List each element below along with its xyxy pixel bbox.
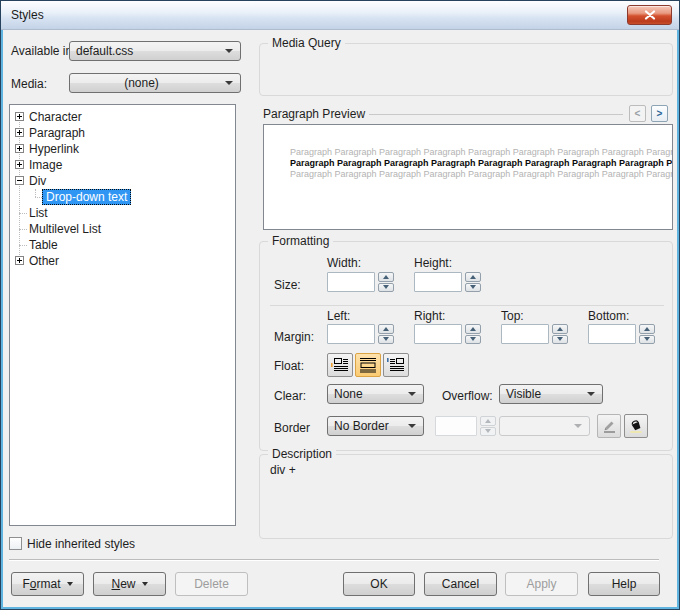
height-label: Height: xyxy=(414,256,452,270)
tree-item-other[interactable]: Other xyxy=(10,253,235,269)
size-margin-divider xyxy=(270,305,664,306)
spin-up-button[interactable] xyxy=(378,272,394,282)
height-input[interactable] xyxy=(414,272,462,292)
chevron-down-icon xyxy=(225,81,233,85)
tree-item-list[interactable]: List xyxy=(10,205,235,221)
preview-prev-button[interactable]: < xyxy=(629,105,646,122)
spin-down-button[interactable] xyxy=(378,335,394,345)
tree-item-div[interactable]: Div xyxy=(10,173,235,189)
arrow-down-icon xyxy=(383,337,389,341)
spin-down-button[interactable] xyxy=(378,283,394,293)
margin-label: Margin: xyxy=(274,330,314,344)
spin-down-button[interactable] xyxy=(552,335,568,345)
expander-plus-icon[interactable] xyxy=(15,112,24,121)
border-width-stepper xyxy=(480,416,496,436)
cancel-button[interactable]: Cancel xyxy=(424,572,497,596)
media-select[interactable]: (none) xyxy=(69,73,241,93)
arrow-down-icon xyxy=(557,337,563,341)
available-in-select[interactable]: default.css xyxy=(69,41,241,61)
preview-line: Paragraph Paragraph Paragraph Paragraph … xyxy=(290,147,672,158)
tree-item-label: Multilevel List xyxy=(29,222,101,236)
tree-item-hyperlink[interactable]: Hyperlink xyxy=(10,141,235,157)
chevron-down-icon xyxy=(225,49,233,53)
expander-plus-icon[interactable] xyxy=(15,128,24,137)
help-button[interactable]: Help xyxy=(588,572,660,596)
spin-up-button[interactable] xyxy=(465,272,481,282)
overflow-value: Visible xyxy=(500,387,587,401)
expander-plus-icon[interactable] xyxy=(15,160,24,169)
tree-item-label: Hyperlink xyxy=(29,142,79,156)
background-color-button[interactable] xyxy=(624,414,648,438)
arrow-up-icon xyxy=(470,275,476,279)
style-tree: Character Paragraph Hyperlink Image Div … xyxy=(9,104,236,526)
spin-up-button[interactable] xyxy=(639,324,655,334)
spin-down-button[interactable] xyxy=(465,335,481,345)
tree-item-image[interactable]: Image xyxy=(10,157,235,173)
height-stepper[interactable] xyxy=(465,272,481,292)
description-group: Description div + xyxy=(259,454,673,539)
spin-up-button xyxy=(480,416,496,426)
preview-next-button[interactable]: > xyxy=(651,105,668,122)
tree-item-dropdown-text[interactable]: Drop-down text xyxy=(10,189,235,205)
hide-inherited-checkbox[interactable] xyxy=(9,537,22,550)
margin-top-input[interactable] xyxy=(501,324,549,344)
description-text: div + xyxy=(270,463,296,477)
width-label: Width: xyxy=(327,256,361,270)
dropdown-arrow-icon xyxy=(142,582,148,586)
spin-up-button[interactable] xyxy=(465,324,481,334)
spin-down-button[interactable] xyxy=(639,335,655,345)
margin-bottom-input[interactable] xyxy=(588,324,636,344)
tree-item-table[interactable]: Table xyxy=(10,237,235,253)
chevron-left-icon: < xyxy=(635,108,641,119)
border-color-button[interactable] xyxy=(597,414,621,438)
tree-item-paragraph[interactable]: Paragraph xyxy=(10,125,235,141)
clear-value: None xyxy=(328,387,408,401)
spin-down-button[interactable] xyxy=(465,283,481,293)
expander-plus-icon[interactable] xyxy=(15,256,24,265)
format-button[interactable]: Format xyxy=(11,572,84,596)
chevron-down-icon xyxy=(587,392,595,396)
preview-header-rule xyxy=(369,114,623,115)
margin-left-input[interactable] xyxy=(327,324,375,344)
apply-button-label: Apply xyxy=(526,577,556,591)
available-in-label: Available in: xyxy=(11,44,76,58)
border-select[interactable]: No Border xyxy=(327,416,424,436)
expander-plus-icon[interactable] xyxy=(15,144,24,153)
expander-minus-icon[interactable] xyxy=(15,176,24,185)
margin-right-stepper[interactable] xyxy=(465,324,481,344)
border-value: No Border xyxy=(328,419,408,433)
new-button[interactable]: New xyxy=(93,572,166,596)
width-input[interactable] xyxy=(327,272,375,292)
arrow-down-icon xyxy=(383,285,389,289)
margin-right-input[interactable] xyxy=(414,324,462,344)
float-right-button[interactable] xyxy=(383,353,409,377)
ok-button[interactable]: OK xyxy=(343,572,415,596)
tree-item-label: Other xyxy=(29,254,59,268)
width-stepper[interactable] xyxy=(378,272,394,292)
right-label: Right: xyxy=(414,309,445,323)
tree-item-multilevel-list[interactable]: Multilevel List xyxy=(10,221,235,237)
hide-inherited-label: Hide inherited styles xyxy=(27,537,135,551)
close-button[interactable] xyxy=(627,5,672,25)
margin-bottom-stepper[interactable] xyxy=(639,324,655,344)
spin-up-button[interactable] xyxy=(552,324,568,334)
margin-top-stepper[interactable] xyxy=(552,324,568,344)
clear-label: Clear: xyxy=(274,389,306,403)
paint-bucket-icon xyxy=(628,418,644,434)
arrow-down-icon xyxy=(470,337,476,341)
margin-left-stepper[interactable] xyxy=(378,324,394,344)
float-none-button[interactable] xyxy=(355,353,381,377)
border-style-select xyxy=(499,416,590,436)
spin-up-button[interactable] xyxy=(378,324,394,334)
arrow-up-icon xyxy=(383,327,389,331)
border-width-input xyxy=(435,416,477,436)
title-bar[interactable]: Styles xyxy=(1,1,679,30)
chevron-right-icon: > xyxy=(657,108,663,119)
overflow-select[interactable]: Visible xyxy=(499,384,603,404)
media-value: (none) xyxy=(70,76,225,90)
apply-button: Apply xyxy=(505,572,578,596)
preview-line: Paragraph Paragraph Paragraph Paragraph … xyxy=(290,158,672,169)
float-left-button[interactable] xyxy=(327,353,353,377)
clear-select[interactable]: None xyxy=(327,384,424,404)
tree-item-character[interactable]: Character xyxy=(10,109,235,125)
